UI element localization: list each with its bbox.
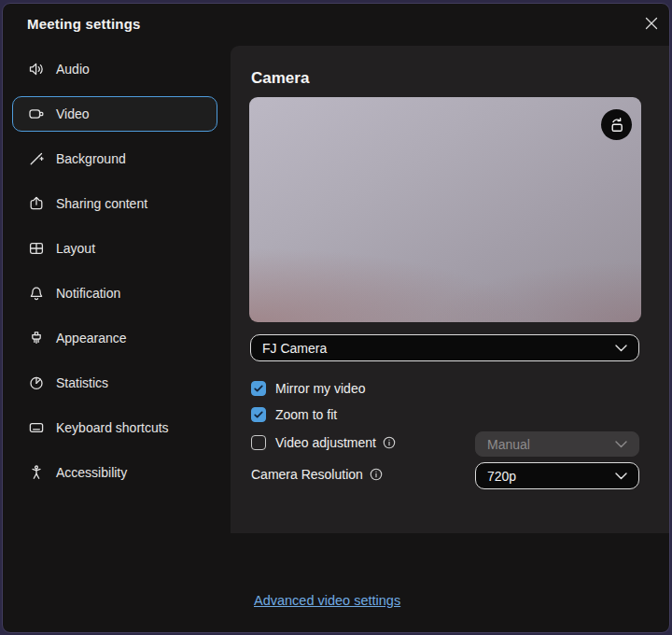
sidebar-item-notification[interactable]: Notification (12, 275, 217, 311)
video-settings-panel: Camera FJ Camera Mirror my video Zoom to… (231, 46, 670, 533)
audio-icon (28, 61, 45, 78)
zoom-to-fit-row: Zoom to fit (251, 407, 337, 422)
chevron-down-icon (615, 441, 627, 448)
share-icon (28, 195, 45, 212)
sidebar-item-label: Audio (56, 62, 90, 77)
video-adjustment-row: Video adjustment (251, 435, 396, 450)
rotate-camera-button[interactable] (601, 109, 632, 140)
advanced-video-settings-link[interactable]: Advanced video settings (254, 593, 400, 608)
checkmark-icon (253, 383, 264, 394)
keyboard-icon (28, 419, 45, 436)
section-title: Camera (251, 69, 309, 88)
paintbrush-icon (28, 330, 45, 346)
sidebar-item-video[interactable]: Video (12, 96, 217, 132)
zoom-to-fit-checkbox[interactable] (251, 407, 266, 422)
video-adjustment-select: Manual (475, 431, 639, 457)
close-icon (645, 17, 658, 30)
sidebar-item-sharing-content[interactable]: Sharing content (12, 186, 217, 221)
camera-resolution-row: Camera Resolution (251, 467, 383, 482)
checkmark-icon (253, 409, 264, 420)
camera-resolution-select[interactable]: 720p (475, 462, 639, 489)
bell-icon (28, 285, 45, 302)
sidebar-item-statistics[interactable]: Statistics (12, 365, 217, 401)
sidebar-item-label: Keyboard shortcuts (56, 420, 169, 435)
sidebar-item-label: Appearance (56, 331, 127, 346)
mirror-video-checkbox[interactable] (251, 381, 266, 396)
sidebar-item-label: Layout (56, 241, 95, 256)
rotate-camera-icon (608, 116, 626, 134)
mirror-video-row: Mirror my video (251, 381, 365, 396)
dialog-title: Meeting settings (27, 16, 141, 32)
close-button[interactable] (641, 13, 662, 34)
sidebar-item-label: Sharing content (56, 196, 147, 211)
sidebar-item-label: Background (56, 151, 126, 166)
sidebar-item-keyboard-shortcuts[interactable]: Keyboard shortcuts (12, 410, 217, 445)
chevron-down-icon (615, 345, 627, 352)
sidebar-item-appearance[interactable]: Appearance (12, 320, 217, 356)
accessibility-person-icon (28, 464, 45, 481)
pie-chart-icon (28, 374, 45, 391)
camera-select[interactable]: FJ Camera (250, 334, 639, 361)
meeting-settings-dialog: Meeting settings Audio Video Background (2, 3, 670, 633)
video-adjustment-select-value: Manual (487, 437, 530, 452)
settings-nav: Audio Video Background Sharing content L (12, 51, 217, 500)
sidebar-item-accessibility[interactable]: Accessibility (12, 455, 217, 490)
sidebar-item-audio[interactable]: Audio (12, 51, 217, 87)
sidebar-item-label: Accessibility (56, 465, 127, 480)
sidebar-item-label: Statistics (56, 375, 108, 390)
camera-preview (249, 97, 641, 322)
sidebar-item-label: Video (56, 106, 90, 121)
sidebar-item-label: Notification (56, 286, 120, 301)
camera-resolution-select-value: 720p (487, 469, 516, 484)
chevron-down-icon (615, 473, 627, 480)
layout-grid-icon (28, 240, 45, 257)
zoom-to-fit-label: Zoom to fit (275, 407, 337, 422)
camera-resolution-info-icon[interactable] (370, 468, 383, 481)
sidebar-item-background[interactable]: Background (12, 141, 217, 176)
video-camera-icon (28, 106, 45, 122)
camera-resolution-label: Camera Resolution (251, 467, 363, 482)
camera-select-value: FJ Camera (262, 341, 327, 356)
video-adjustment-checkbox[interactable] (251, 435, 266, 450)
magic-wand-icon (28, 150, 45, 167)
sidebar-item-layout[interactable]: Layout (12, 231, 217, 266)
mirror-video-label: Mirror my video (275, 381, 365, 396)
video-adjustment-info-icon[interactable] (383, 436, 396, 449)
video-adjustment-label: Video adjustment (275, 435, 376, 450)
